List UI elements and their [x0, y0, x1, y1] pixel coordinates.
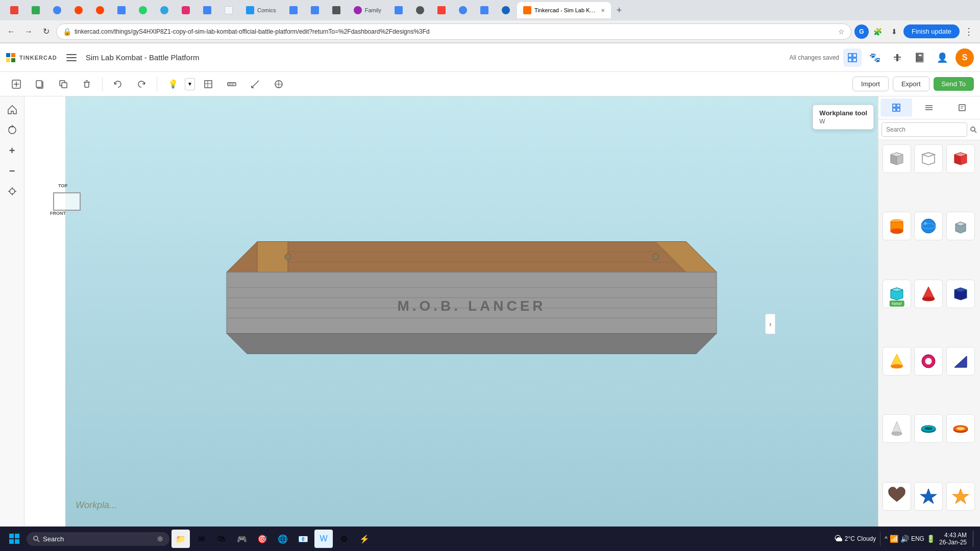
shape-panel-grid-button[interactable] [880, 98, 912, 117]
undo-button[interactable] [108, 75, 128, 93]
shape-pink-torus[interactable] [914, 347, 943, 375]
start-button[interactable] [4, 529, 24, 549]
person-button[interactable]: 👤 [933, 48, 951, 67]
menu-button[interactable]: ⋮ [962, 24, 976, 39]
shape-orange-torus[interactable] [946, 414, 975, 443]
taskbar-app-explorer[interactable]: 📁 [172, 530, 190, 548]
shape-sphere-blue[interactable] [914, 212, 943, 240]
taskbar-app-steam[interactable]: 🎮 [233, 530, 251, 548]
bookmark-icon[interactable]: ☆ [838, 28, 845, 36]
forward-button[interactable]: → [21, 24, 36, 39]
shape-pyramid-red[interactable] [914, 280, 943, 308]
zoom-out-button[interactable]: − [3, 162, 21, 180]
shape-panel-list-button[interactable] [913, 98, 945, 117]
view-cube[interactable]: TOP FRONT [49, 183, 90, 224]
shape-cylinder-orange[interactable] [883, 212, 911, 240]
shape-yellow-pyramid[interactable] [883, 347, 911, 375]
tab-family[interactable]: Family [348, 2, 387, 18]
tab-13[interactable] [305, 2, 325, 18]
back-button[interactable]: ← [4, 24, 18, 39]
tab-10[interactable] [218, 2, 239, 18]
new-shape-button[interactable] [6, 75, 27, 93]
extensions-button[interactable]: 🧩 [871, 24, 885, 39]
new-tab-button[interactable]: + [612, 3, 626, 17]
fit-view-button[interactable] [3, 182, 21, 201]
zoom-in-button[interactable]: + [3, 141, 21, 160]
finish-update-button[interactable]: Finish update [903, 24, 960, 38]
tray-network-icon[interactable]: 📶 [890, 535, 898, 543]
grid-view-button[interactable] [843, 48, 862, 67]
tab-16[interactable] [388, 2, 409, 18]
viewport[interactable]: M.O.B. LANCER Workpla... › Snap Grid 1.0… [65, 96, 878, 551]
shape-blue-wedge[interactable] [946, 347, 975, 375]
measure-button[interactable] [245, 75, 265, 93]
address-bar[interactable]: 🔒 tinkercad.com/things/gyS4HXlP8Z1-copy-… [56, 23, 851, 40]
reload-button[interactable]: ↻ [39, 24, 53, 39]
downloads-button[interactable]: ⬇ [887, 24, 901, 39]
shape-navy-box[interactable] [946, 280, 975, 308]
shape-new-teal[interactable]: New! [883, 280, 911, 308]
tab-gmail[interactable] [4, 2, 24, 18]
tab-12[interactable] [283, 2, 304, 18]
home-button[interactable] [3, 101, 21, 119]
collapse-panel-button[interactable]: › [765, 314, 775, 334]
hamburger-menu[interactable] [63, 49, 80, 66]
tab-4[interactable] [68, 2, 89, 18]
show-desktop-button[interactable] [973, 531, 976, 547]
tab-6[interactable] [111, 2, 132, 18]
redo-button[interactable] [131, 75, 152, 93]
shape-star-yellow[interactable] [946, 482, 975, 511]
tab-close-icon[interactable]: ✕ [601, 8, 605, 13]
taskbar-app-mail[interactable]: ✉ [192, 530, 210, 548]
tab-18[interactable] [431, 2, 452, 18]
taskbar-app-browser[interactable]: 🌐 [274, 530, 292, 548]
tab-21[interactable] [496, 2, 516, 18]
shape-star-blue[interactable] [914, 482, 943, 511]
tab-drive[interactable] [26, 2, 46, 18]
tab-9[interactable] [197, 2, 217, 18]
tab-19[interactable] [453, 2, 473, 18]
shape-box-hollow[interactable] [914, 144, 943, 173]
taskbar-app-mail2[interactable]: 📧 [294, 530, 312, 548]
tab-telegram[interactable] [154, 2, 175, 18]
tab-3[interactable] [47, 2, 67, 18]
duplicate-button[interactable] [53, 75, 74, 93]
profile-avatar[interactable]: G [854, 24, 869, 39]
shape-box-red[interactable] [946, 144, 975, 173]
tab-comics[interactable]: Comics [240, 2, 282, 18]
rotate-button[interactable] [3, 121, 21, 139]
shape-teal-disc[interactable] [914, 414, 943, 443]
notebook-button[interactable]: 📓 [911, 48, 929, 67]
shape-heart[interactable] [883, 482, 911, 511]
grid-toggle-button[interactable] [198, 75, 218, 93]
export-button[interactable]: Export [893, 77, 929, 91]
view-cube-box[interactable] [53, 192, 81, 211]
light-dropdown[interactable]: ▼ [185, 78, 195, 90]
taskbar-app-settings[interactable]: ⚙ [335, 530, 353, 548]
tab-5[interactable] [90, 2, 110, 18]
import-button[interactable]: Import [852, 77, 889, 91]
shape-panel-text-button[interactable] [946, 98, 978, 117]
ruler-button[interactable] [222, 75, 242, 93]
taskbar-app-store[interactable]: 🛍 [212, 530, 231, 548]
tab-whatsapp[interactable] [133, 2, 153, 18]
shape-white-cone[interactable] [883, 414, 911, 443]
tab-instagram[interactable] [176, 2, 196, 18]
shape-gray-3d[interactable] [946, 212, 975, 240]
taskbar-app-game[interactable]: 🎯 [253, 530, 272, 548]
tray-volume-icon[interactable]: 🔊 [900, 535, 909, 543]
delete-button[interactable] [77, 75, 97, 93]
user-avatar[interactable]: S [955, 48, 974, 67]
view-helpers-button[interactable] [268, 75, 289, 93]
send-to-button[interactable]: Send To [934, 77, 974, 91]
paw-button[interactable]: 🐾 [866, 48, 884, 67]
taskbar-app-word[interactable]: W [314, 530, 333, 548]
shapes-search-input[interactable] [881, 122, 967, 137]
build-button[interactable] [888, 48, 906, 67]
taskbar-search[interactable]: Search ❄ [27, 532, 169, 546]
shapes-search-button[interactable] [969, 122, 977, 137]
copy-button[interactable] [30, 75, 50, 93]
tab-tinkercad[interactable]: Tinkercad - Sim Lab Ko... ✕ [517, 2, 611, 18]
tab-20[interactable] [474, 2, 495, 18]
tray-up-icon[interactable]: ^ [885, 535, 888, 542]
